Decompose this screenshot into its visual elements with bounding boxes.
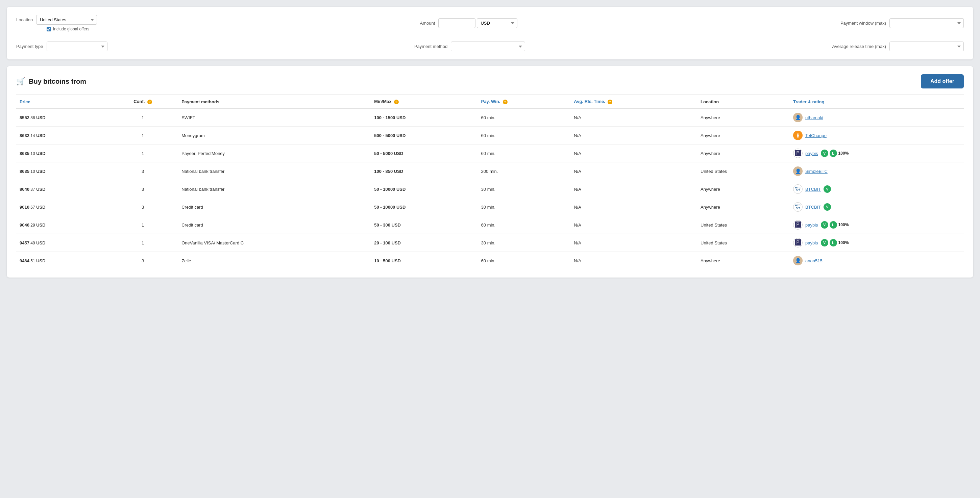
price-cell: 9464.51 USD xyxy=(16,252,107,270)
conf-cell: 3 xyxy=(107,198,178,216)
conf-help-icon[interactable]: ? xyxy=(147,100,152,104)
th-pay-win: Pay. Win. ? xyxy=(478,95,571,109)
amount-label: Amount xyxy=(420,21,435,25)
table-row: 8640.37 USD3National bank transfer50 - 1… xyxy=(16,180,964,198)
location-cell: Anywhere xyxy=(697,109,790,127)
price-cell: 8640.37 USD xyxy=(16,180,107,198)
trader-avatar: BTCBIT xyxy=(793,202,803,212)
price-cell: 9046.29 USD xyxy=(16,216,107,234)
trader-avatar: 🅿 xyxy=(793,149,803,158)
payment-method-cell: Credit card xyxy=(178,198,371,216)
offers-table: Price Conf. ? Payment methods Min/Max ? … xyxy=(16,95,964,270)
trader-name-link[interactable]: SimpleBTC xyxy=(805,169,827,174)
th-conf: Conf. ? xyxy=(107,95,178,109)
avgrls-cell: N/A xyxy=(570,127,697,144)
trader-sort-link[interactable]: Trader & rating xyxy=(793,99,824,104)
amount-input[interactable] xyxy=(438,18,476,28)
trader-name-link[interactable]: paybis xyxy=(805,240,818,246)
location-cell: Anywhere xyxy=(697,144,790,162)
trader-name-link[interactable]: BTCBIT xyxy=(805,187,821,192)
minmax-cell: 50 - 10000 USD xyxy=(371,198,477,216)
paywin-cell: 60 min. xyxy=(478,216,571,234)
price-cell: 8552.86 USD xyxy=(16,109,107,127)
location-cell: Anywhere xyxy=(697,127,790,144)
th-location: Location xyxy=(697,95,790,109)
minmax-cell: 20 - 100 USD xyxy=(371,234,477,252)
trader-name-link[interactable]: paybis xyxy=(805,222,818,228)
conf-cell: 3 xyxy=(107,252,178,270)
payment-method-cell: OneVanilla VISA/ MasterCard C xyxy=(178,234,371,252)
pct-label: 100% xyxy=(838,240,849,245)
trader-name-link[interactable]: anon515 xyxy=(805,258,822,263)
price-value: 9010.67 USD xyxy=(20,205,46,210)
include-global-checkbox[interactable] xyxy=(47,27,51,32)
payment-method-cell: Credit card xyxy=(178,216,371,234)
payment-method-cell: National bank transfer xyxy=(178,180,371,198)
th-trader: Trader & rating xyxy=(790,95,964,109)
avgrls-cell: N/A xyxy=(570,109,697,127)
badge-row: V xyxy=(824,203,831,211)
trader-name-link[interactable]: uthamaki xyxy=(805,115,823,120)
payment-method-cell: Moneygram xyxy=(178,127,371,144)
trader-info: 🅿 paybis VL100% xyxy=(793,238,960,247)
avgrls-sort-link[interactable]: Avg. Rls. Time. xyxy=(574,99,605,104)
price-cell: 9010.67 USD xyxy=(16,198,107,216)
conf-cell: 1 xyxy=(107,127,178,144)
trader-info: 👤 uthamaki xyxy=(793,113,960,122)
paywin-cell: 30 min. xyxy=(478,198,571,216)
buy-icon: 🛒 xyxy=(16,77,25,86)
paywin-sort-link[interactable]: Pay. Win. xyxy=(481,99,501,104)
badge-row: VL100% xyxy=(821,149,849,157)
payment-method-cell: Payeer, PerfectMoney xyxy=(178,144,371,162)
price-value: 9464.51 USD xyxy=(20,258,46,263)
price-value: 8640.37 USD xyxy=(20,187,46,192)
th-minmax: Min/Max ? xyxy=(371,95,477,109)
badge-row: VL100% xyxy=(821,221,849,228)
badge-v: V xyxy=(821,239,828,246)
table-row: 8635.10 USD3National bank transfer100 - … xyxy=(16,162,964,180)
currency-select[interactable]: USD EUR GBP BTC xyxy=(477,18,517,28)
paywin-cell: 30 min. xyxy=(478,180,571,198)
avg-release-select[interactable] xyxy=(889,41,964,51)
price-cell: 8635.10 USD xyxy=(16,144,107,162)
trader-name-link[interactable]: paybis xyxy=(805,151,818,156)
minmax-cell: 50 - 5000 USD xyxy=(371,144,477,162)
avgrls-cell: N/A xyxy=(570,234,697,252)
th-price: Price xyxy=(16,95,107,109)
badge-l: L xyxy=(830,239,837,246)
location-cell: United States xyxy=(697,234,790,252)
minmax-cell: 10 - 500 USD xyxy=(371,252,477,270)
avgrls-cell: N/A xyxy=(570,162,697,180)
table-row: 9046.29 USD1Credit card50 - 300 USD60 mi… xyxy=(16,216,964,234)
conf-cell: 1 xyxy=(107,234,178,252)
payment-window-select[interactable] xyxy=(889,18,964,28)
trader-info: BTCBIT BTCBIT V xyxy=(793,202,960,212)
payment-method-cell: National bank transfer xyxy=(178,162,371,180)
payment-window-label: Payment window (max) xyxy=(840,21,886,25)
trader-name-link[interactable]: BTCBIT xyxy=(805,205,821,210)
table-card: 🛒 Buy bitcoins from Add offer Price Conf… xyxy=(7,66,973,278)
minmax-help-icon[interactable]: ? xyxy=(394,100,399,104)
trader-cell: 🅿 paybis VL100% xyxy=(790,234,964,252)
th-avg-rls: Avg. Rls. Time. ? xyxy=(570,95,697,109)
trader-info: 🅿 paybis VL100% xyxy=(793,220,960,230)
payment-type-select[interactable] xyxy=(47,41,107,51)
trader-avatar: 🅿 xyxy=(793,238,803,247)
trader-cell: 👤 SimpleBTC xyxy=(790,162,964,180)
paywin-cell: 30 min. xyxy=(478,234,571,252)
section-title: 🛒 Buy bitcoins from xyxy=(16,77,86,86)
paywin-help-icon[interactable]: ? xyxy=(503,100,508,104)
avgrls-help-icon[interactable]: ? xyxy=(608,100,612,104)
payment-method-select[interactable] xyxy=(451,41,525,51)
paywin-cell: 60 min. xyxy=(478,144,571,162)
avgrls-cell: N/A xyxy=(570,144,697,162)
price-value: 8635.10 USD xyxy=(20,169,46,174)
conf-cell: 1 xyxy=(107,109,178,127)
trader-name-link[interactable]: TetChange xyxy=(805,133,827,138)
avgrls-cell: N/A xyxy=(570,198,697,216)
include-global-label: Include global offers xyxy=(53,27,89,32)
location-select[interactable]: United States xyxy=(36,15,97,25)
add-offer-button[interactable]: Add offer xyxy=(921,74,964,89)
location-cell: United States xyxy=(697,216,790,234)
price-sort-link[interactable]: Price xyxy=(20,99,30,104)
